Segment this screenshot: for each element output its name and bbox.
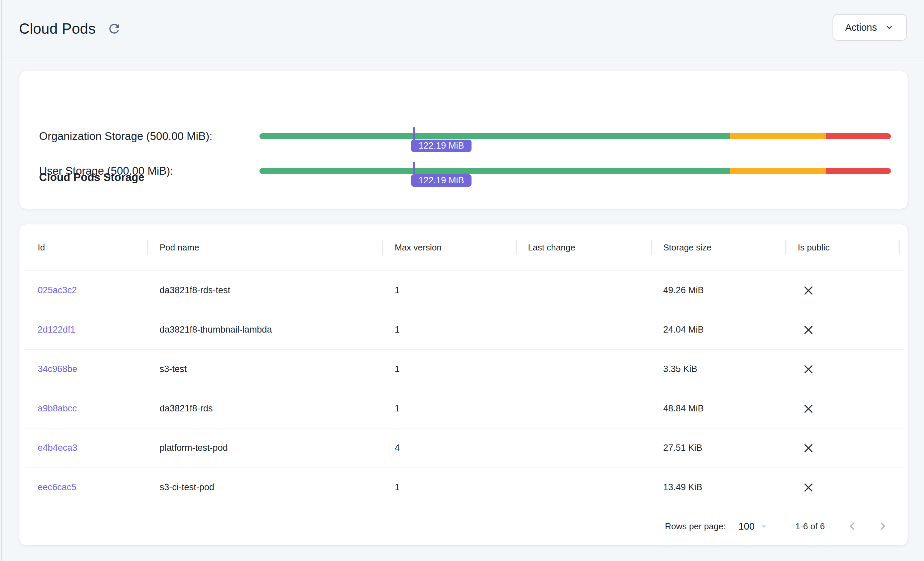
column-header-max-version[interactable]: Max version xyxy=(383,224,517,270)
chevron-left-icon xyxy=(845,519,860,534)
is-public-cell xyxy=(786,389,904,428)
close-icon xyxy=(802,403,814,415)
page-header: Cloud Pods Actions xyxy=(2,0,924,57)
pod-id-link[interactable]: a9b8abcc xyxy=(38,404,77,414)
is-public-cell xyxy=(786,428,904,468)
close-icon xyxy=(802,324,814,336)
table-header-row: Id Pod name Max version Last change Stor… xyxy=(23,224,904,271)
storage-size-cell: 24.04 MiB xyxy=(652,310,786,349)
org-storage-label: Organization Storage (500.00 MiB): xyxy=(39,130,212,142)
zone-critical xyxy=(826,168,891,174)
is-public-cell xyxy=(786,271,904,310)
dropdown-arrow-icon xyxy=(755,520,770,532)
column-header-id[interactable]: Id xyxy=(23,224,148,270)
pod-id-link[interactable]: 025ac3c2 xyxy=(38,285,77,296)
last-change-cell xyxy=(517,310,652,349)
pod-name-cell: s3-test xyxy=(148,350,383,389)
max-version-cell: 1 xyxy=(383,350,517,389)
max-version-cell: 1 xyxy=(383,468,517,507)
close-icon xyxy=(802,285,814,297)
last-change-cell xyxy=(517,389,652,428)
user-storage-meter: 122.19 MiB xyxy=(260,168,891,174)
column-header-pod-name[interactable]: Pod name xyxy=(148,224,383,270)
table-row: e4b4eca3 platform-test-pod 4 27.51 KiB xyxy=(23,428,904,468)
column-header-last-change[interactable]: Last change xyxy=(517,224,652,270)
storage-size-cell: 3.35 KiB xyxy=(652,350,786,389)
max-version-cell: 1 xyxy=(383,310,517,349)
is-public-cell xyxy=(786,350,904,389)
close-icon xyxy=(802,442,814,454)
pod-name-cell: da3821f8-thumbnail-lambda xyxy=(148,310,383,349)
usage-marker xyxy=(413,162,415,175)
pod-id-link[interactable]: 34c968be xyxy=(38,364,78,374)
pod-name-cell: da3821f8-rds-test xyxy=(148,271,383,310)
storage-size-cell: 27.51 KiB xyxy=(652,428,786,468)
pod-name-cell: s3-ci-test-pod xyxy=(148,468,383,507)
pod-name-cell: da3821f8-rds xyxy=(148,389,383,428)
storage-meter-track xyxy=(260,133,891,139)
max-version-cell: 4 xyxy=(383,428,517,468)
storage-meter-track xyxy=(260,168,891,174)
pagination-nav xyxy=(844,518,891,534)
actions-button-label: Actions xyxy=(845,22,877,33)
content-left-divider xyxy=(2,0,2,561)
zone-ok xyxy=(260,168,730,174)
pod-id-link[interactable]: eec6cac5 xyxy=(38,482,76,492)
pod-id-link[interactable]: e4b4eca3 xyxy=(38,443,78,453)
rows-per-page-select[interactable]: 100 xyxy=(738,520,769,532)
pod-name-cell: platform-test-pod xyxy=(148,428,383,468)
org-storage-row: Organization Storage (500.00 MiB): 122.1… xyxy=(39,133,891,139)
column-header-is-public[interactable]: Is public xyxy=(786,224,904,270)
table-pagination: Rows per page: 100 1-6 of 6 xyxy=(23,507,904,545)
is-public-cell xyxy=(786,468,904,507)
table-row: 34c968be s3-test 1 3.35 KiB xyxy=(23,350,904,389)
org-storage-meter: 122.19 MiB xyxy=(260,133,891,139)
pods-table-card: Id Pod name Max version Last change Stor… xyxy=(20,224,908,545)
usage-badge: 122.19 MiB xyxy=(411,174,471,187)
usage-marker xyxy=(413,127,415,140)
zone-ok xyxy=(260,133,730,139)
pod-id-link[interactable]: 2d122df1 xyxy=(38,325,75,335)
storage-size-cell: 49.26 MiB xyxy=(652,271,786,310)
last-change-cell xyxy=(517,468,652,507)
chevron-down-icon xyxy=(884,22,894,32)
usage-badge: 122.19 MiB xyxy=(411,140,471,152)
last-change-cell xyxy=(517,271,652,310)
max-version-cell: 1 xyxy=(383,389,517,428)
rows-per-page-value: 100 xyxy=(738,521,754,532)
previous-page-button[interactable] xyxy=(844,518,860,534)
next-page-button[interactable] xyxy=(875,518,891,534)
rows-per-page-label: Rows per page: xyxy=(665,521,726,532)
table-row: 2d122df1 da3821f8-thumbnail-lambda 1 24.… xyxy=(23,310,904,350)
last-change-cell xyxy=(517,428,652,468)
is-public-cell xyxy=(786,310,904,349)
zone-critical xyxy=(826,133,891,139)
page-title: Cloud Pods xyxy=(19,20,96,37)
actions-button[interactable]: Actions xyxy=(832,14,907,41)
table-row: a9b8abcc da3821f8-rds 1 48.84 MiB xyxy=(23,389,904,428)
table-row: 025ac3c2 da3821f8-rds-test 1 49.26 MiB xyxy=(23,271,904,310)
close-icon xyxy=(802,363,814,375)
refresh-icon xyxy=(107,21,122,36)
zone-warning xyxy=(730,168,826,174)
pods-table: Id Pod name Max version Last change Stor… xyxy=(23,224,904,545)
last-change-cell xyxy=(517,350,652,389)
chevron-right-icon xyxy=(876,519,890,534)
storage-size-cell: 13.49 KiB xyxy=(652,468,786,507)
max-version-cell: 1 xyxy=(383,271,517,310)
column-header-storage-size[interactable]: Storage size xyxy=(652,224,786,270)
refresh-button[interactable] xyxy=(105,20,123,38)
user-storage-label: User Storage (500.00 MiB): xyxy=(39,165,173,177)
user-storage-row: User Storage (500.00 MiB): 122.19 MiB xyxy=(39,168,891,174)
storage-card: Cloud Pods Storage Organization Storage … xyxy=(20,71,908,209)
pagination-range-label: 1-6 of 6 xyxy=(795,521,825,532)
close-icon xyxy=(802,482,814,494)
zone-warning xyxy=(730,133,826,139)
storage-size-cell: 48.84 MiB xyxy=(652,389,786,428)
table-row: eec6cac5 s3-ci-test-pod 1 13.49 KiB xyxy=(23,468,904,507)
